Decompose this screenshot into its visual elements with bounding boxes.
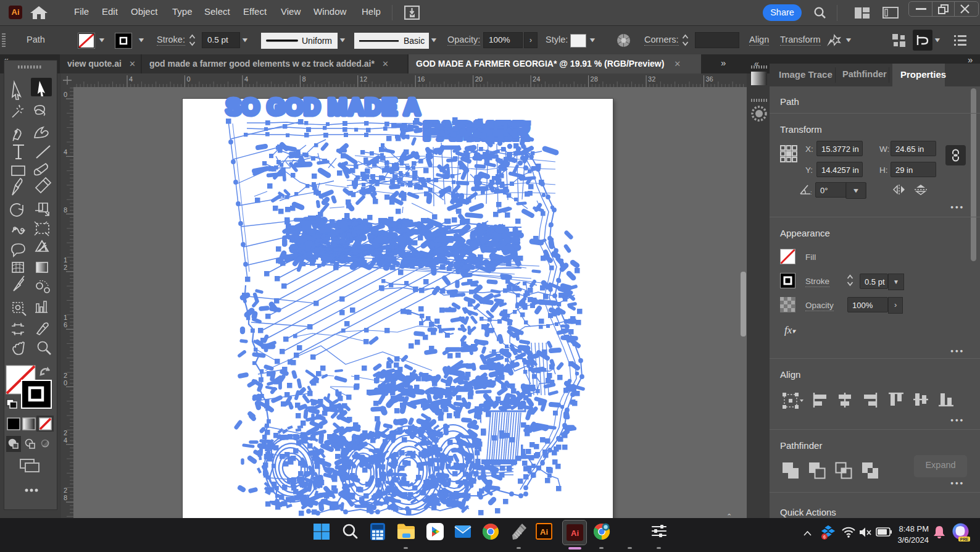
svg-text:2: 2 bbox=[64, 372, 67, 379]
svg-text:8: 8 bbox=[64, 494, 67, 501]
svg-text:28: 28 bbox=[591, 75, 598, 83]
svg-text:6: 6 bbox=[64, 321, 67, 328]
svg-text:4: 4 bbox=[64, 148, 67, 156]
svg-text:36: 36 bbox=[706, 75, 713, 83]
svg-text:SO GOD MADE A: SO GOD MADE A bbox=[226, 94, 422, 120]
svg-text:32: 32 bbox=[648, 75, 655, 83]
svg-text:4: 4 bbox=[64, 437, 67, 444]
svg-text:1: 1 bbox=[64, 314, 67, 321]
svg-text:0: 0 bbox=[186, 75, 190, 83]
svg-text:2: 2 bbox=[64, 429, 67, 437]
svg-text:Ai: Ai bbox=[540, 527, 548, 537]
svg-text:0: 0 bbox=[64, 379, 67, 387]
svg-text:8: 8 bbox=[302, 75, 305, 83]
svg-text:2: 2 bbox=[64, 487, 67, 494]
svg-text:4: 4 bbox=[129, 75, 133, 83]
svg-text:0: 0 bbox=[64, 91, 67, 98]
svg-text:1: 1 bbox=[64, 256, 67, 264]
svg-text:12: 12 bbox=[360, 75, 367, 83]
svg-text:16: 16 bbox=[417, 75, 425, 83]
svg-text:PRE: PRE bbox=[960, 537, 969, 542]
svg-text:8: 8 bbox=[64, 206, 67, 214]
svg-text::: : bbox=[810, 190, 812, 195]
svg-text:20: 20 bbox=[475, 75, 483, 83]
svg-text:2: 2 bbox=[64, 264, 67, 271]
svg-text:24: 24 bbox=[533, 75, 540, 83]
svg-text:4: 4 bbox=[244, 75, 248, 83]
svg-text:Ai: Ai bbox=[571, 529, 579, 538]
svg-text:6: 6 bbox=[823, 535, 826, 539]
